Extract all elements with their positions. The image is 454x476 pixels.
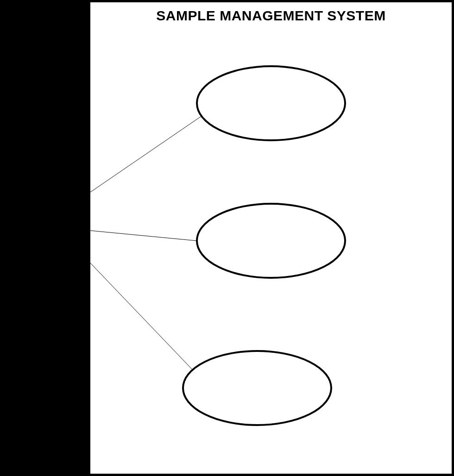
system-title: SAMPLE MANAGEMENT SYSTEM	[156, 8, 385, 24]
use-case-diagram: SAMPLE MANAGEMENT SYSTEM	[0, 0, 454, 476]
system-boundary: SAMPLE MANAGEMENT SYSTEM	[88, 0, 454, 476]
actor-panel	[0, 0, 90, 476]
